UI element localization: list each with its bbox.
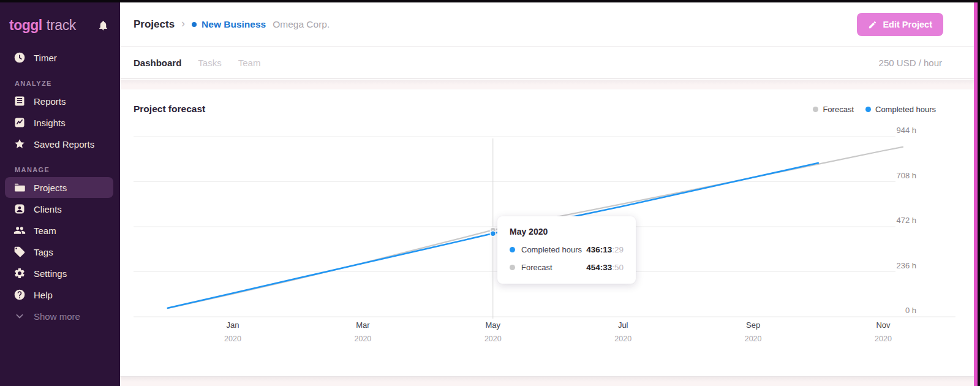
legend-forecast[interactable]: Forecast (813, 105, 854, 114)
reports-icon (13, 95, 26, 107)
legend-label: Completed hours (875, 105, 936, 114)
tab-tasks[interactable]: Tasks (198, 58, 221, 68)
team-icon (13, 224, 26, 237)
show-more-label: Show more (34, 311, 80, 322)
series-dot-icon (510, 265, 515, 270)
tab-dashboard[interactable]: Dashboard (134, 58, 181, 68)
tooltip-series-label: Forecast (521, 263, 552, 272)
tooltip-row-completed-hours: Completed hours436:13:29 (510, 245, 624, 254)
sidebar-item-label: Insights (34, 118, 66, 128)
tooltip-series-label: Completed hours (521, 245, 582, 254)
chart-xtick-year: 2020 (875, 335, 892, 343)
chart-ytick-label: 472 h (896, 216, 916, 225)
divider-band-top (120, 80, 974, 89)
insights-icon (13, 116, 26, 129)
bell-icon[interactable] (97, 20, 109, 31)
sidebar-item-insights[interactable]: Insights (5, 112, 113, 133)
breadcrumb-client: Omega Corp. (273, 19, 330, 30)
folder-icon (13, 181, 26, 194)
edit-project-label: Edit Project (883, 20, 932, 29)
chart-tooltip: May 2020 Completed hours436:13:29Forecas… (497, 216, 636, 284)
chart-xtick-year: 2020 (484, 335, 502, 343)
logo-track: track (47, 17, 76, 34)
legend-completed-hours[interactable]: Completed hours (865, 105, 936, 114)
chevron-down-icon (13, 310, 26, 322)
tooltip-series-value: 454:33:50 (586, 263, 624, 272)
legend-label: Forecast (823, 105, 854, 114)
tooltip-series-seconds: :50 (612, 263, 624, 272)
sidebar-item-tags[interactable]: Tags (5, 241, 113, 262)
chart-legend: ForecastCompleted hours (801, 105, 936, 114)
logo[interactable]: toggl track (0, 2, 120, 34)
tooltip-row-forecast: Forecast454:33:50 (510, 263, 624, 272)
breadcrumb-separator-icon: › (181, 17, 185, 30)
sidebar-item-timer[interactable]: Timer (5, 47, 113, 68)
project-color-dot (192, 22, 197, 27)
breadcrumb-project[interactable]: New Business (202, 19, 266, 30)
sidebar-item-label: Reports (34, 96, 66, 107)
sidebar-item-projects[interactable]: Projects (5, 177, 113, 198)
chart-xtick-year: 2020 (745, 335, 762, 343)
chart-xtick-month: Mar (356, 320, 370, 330)
divider-band-bottom (120, 376, 974, 386)
client-icon (13, 203, 26, 215)
sidebar-item-label: Clients (34, 204, 62, 214)
tooltip-rows: Completed hours436:13:29Forecast454:33:5… (510, 245, 624, 272)
tab-team[interactable]: Team (238, 58, 261, 68)
tag-icon (13, 246, 26, 258)
sidebar-item-label: Projects (34, 183, 67, 193)
chart-xtick-year: 2020 (354, 335, 371, 343)
window-edge-right (978, 0, 980, 386)
sidebar-item-label: Timer (34, 53, 57, 63)
chart-xtick-month: Jul (618, 320, 628, 330)
legend-dot-icon (865, 107, 871, 112)
sidebar-item-reports[interactable]: Reports (5, 91, 113, 112)
sidebar-item-label: Saved Reports (34, 139, 94, 149)
clock-icon (13, 51, 26, 64)
tabs: DashboardTasksTeam (134, 58, 277, 68)
chart-hover-dot-completed-hours (490, 231, 496, 237)
sidebar-section-manage: MANAGE (15, 166, 120, 173)
pencil-icon (868, 20, 877, 29)
help-icon (13, 289, 26, 301)
chart-xtick-month: Nov (876, 320, 891, 330)
edit-project-button[interactable]: Edit Project (857, 13, 943, 36)
tooltip-series-value: 436:13:29 (586, 245, 624, 254)
chart-xtick-month: May (486, 320, 501, 330)
chart-ytick-label: 0 h (905, 306, 916, 315)
gear-icon (13, 267, 26, 279)
hourly-rate: 250 USD / hour (879, 58, 942, 68)
chart-xtick-year: 2020 (614, 335, 631, 343)
chart-xtick-year: 2020 (224, 335, 241, 343)
sidebar-item-label: Team (34, 225, 56, 236)
sidebar-item-label: Tags (34, 247, 53, 257)
tooltip-title: May 2020 (510, 227, 624, 237)
main-area: Projects › New Business Omega Corp. Edit… (120, 2, 974, 386)
sidebar-show-more[interactable]: Show more (5, 306, 113, 327)
logo-toggl: toggl (9, 17, 42, 34)
sidebar-item-help[interactable]: Help (5, 284, 113, 305)
app-window: toggl track TimerANALYZEReportsInsightsS… (0, 0, 980, 386)
breadcrumb-root[interactable]: Projects (134, 18, 175, 31)
chart-ytick-label: 236 h (896, 261, 916, 270)
chart-ytick-label: 944 h (896, 126, 916, 135)
sidebar-item-saved-reports[interactable]: Saved Reports (5, 134, 113, 154)
sidebar-section-analyze: ANALYZE (15, 80, 120, 87)
star-icon (13, 138, 26, 150)
sidebar-item-label: Help (34, 290, 53, 300)
tab-bar: DashboardTasksTeam 250 USD / hour (120, 47, 974, 79)
window-edge-top (0, 0, 980, 2)
chart-title: Project forecast (134, 104, 205, 115)
sidebar-item-clients[interactable]: Clients (5, 199, 113, 219)
sidebar: toggl track TimerANALYZEReportsInsightsS… (0, 2, 120, 386)
series-dot-icon (510, 247, 515, 252)
sidebar-nav: TimerANALYZEReportsInsightsSaved Reports… (0, 47, 120, 305)
sidebar-item-team[interactable]: Team (5, 220, 113, 241)
legend-dot-icon (813, 107, 818, 112)
tooltip-series-seconds: :29 (612, 245, 624, 254)
sidebar-item-label: Settings (34, 268, 67, 279)
sidebar-item-settings[interactable]: Settings (5, 263, 113, 284)
chart-xtick-month: Sep (746, 320, 760, 330)
chart-xtick-month: Jan (227, 320, 239, 330)
page-header: Projects › New Business Omega Corp. Edit… (120, 2, 974, 47)
